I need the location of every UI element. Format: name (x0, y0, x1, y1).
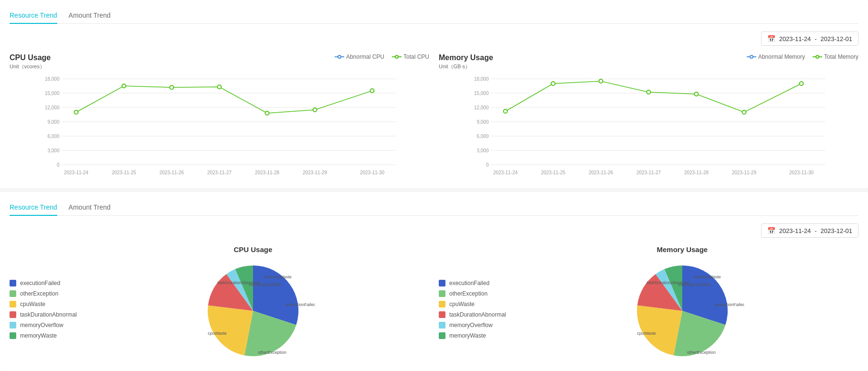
memory-total-label: Total Memory (824, 53, 858, 60)
tab-resource-trend-2[interactable]: Resource Trend (10, 200, 57, 216)
memory-total-dot-icon (815, 55, 819, 59)
cpu-line-chart: CPU Usage Abnormal CPU Total CPU (10, 53, 429, 180)
memory-chart-legend: Abnormal Memory Total Memory (747, 53, 858, 60)
date-picker-1[interactable]: 📅 2023-11-24 - 2023-12-01 (761, 32, 858, 46)
cpu-other-exception-label: otherException (20, 290, 58, 297)
memory-task-duration-color (439, 311, 445, 318)
svg-text:cpuWaste: cpuWaste (637, 331, 656, 336)
svg-text:2023-11-28: 2023-11-28 (255, 170, 280, 175)
memory-execution-failed-label: executionFailed (449, 280, 489, 286)
cpu-pie-legend: executionFailed otherException cpuWaste … (10, 270, 77, 339)
cpu-pie-svg: memoryWaste memoryOverflow taskDurationA… (191, 258, 315, 363)
cpu-memory-overflow-color (10, 322, 16, 329)
svg-text:3,000: 3,000 (47, 148, 59, 153)
svg-point-51 (599, 79, 603, 83)
memory-task-duration-label: taskDurationAbnormal (449, 311, 506, 318)
cpu-abnormal-dot-icon (338, 55, 341, 59)
svg-text:12,000: 12,000 (45, 105, 60, 110)
pie-charts-section: executionFailed otherException cpuWaste … (10, 245, 858, 363)
cpu-pie-area: executionFailed otherException cpuWaste … (10, 245, 429, 363)
memory-pie-wrapper: Memory Usage memoryWaste memoryOverflow … (506, 245, 858, 363)
svg-text:otherException: otherException (687, 350, 716, 355)
svg-point-26 (313, 108, 317, 112)
memory-other-exception-label: otherException (449, 290, 487, 297)
date-start-1: 2023-11-24 (779, 35, 811, 42)
svg-text:2023-11-30: 2023-11-30 (360, 170, 385, 175)
svg-text:18,000: 18,000 (474, 76, 489, 82)
svg-text:2023-11-30: 2023-11-30 (789, 170, 814, 175)
tab-resource-trend-1[interactable]: Resource Trend (10, 8, 57, 24)
date-range-1: 📅 2023-11-24 - 2023-12-01 (10, 32, 858, 46)
memory-legend-cpu-waste: cpuWaste (439, 301, 506, 307)
svg-point-50 (551, 82, 555, 85)
svg-text:15,000: 15,000 (45, 91, 60, 96)
cpu-total-line-icon (392, 56, 402, 57)
memory-pie-title: Memory Usage (657, 245, 708, 254)
svg-point-52 (647, 90, 651, 94)
calendar-icon-1: 📅 (767, 35, 775, 42)
svg-point-22 (122, 84, 126, 88)
date-range-2: 📅 2023-11-24 - 2023-12-01 (10, 223, 858, 238)
cpu-legend-abnormal: Abnormal CPU (335, 53, 384, 60)
svg-text:15,000: 15,000 (474, 91, 489, 96)
svg-text:9,000: 9,000 (476, 119, 488, 125)
memory-legend-execution-failed: executionFailed (439, 280, 506, 286)
tabs-1: Resource Trend Amount Trend (10, 8, 858, 24)
svg-text:0: 0 (57, 162, 60, 168)
memory-abnormal-dot-icon (750, 55, 753, 59)
svg-point-54 (742, 110, 746, 114)
svg-text:12,000: 12,000 (474, 105, 489, 110)
svg-point-53 (695, 92, 699, 96)
cpu-pie-title: CPU Usage (233, 245, 272, 254)
cpu-total-dot-icon (395, 55, 399, 59)
memory-svg-chart: 18,000 15,000 12,000 9,000 6,000 3,000 0… (439, 74, 858, 179)
cpu-legend-other-exception: otherException (10, 290, 77, 297)
cpu-legend-total: Total CPU (392, 53, 429, 60)
date-picker-2[interactable]: 📅 2023-11-24 - 2023-12-01 (761, 223, 858, 238)
cpu-pie-wrapper: CPU Usage (77, 245, 429, 363)
svg-point-27 (370, 89, 374, 93)
svg-point-23 (170, 85, 174, 89)
cpu-legend-task-duration: taskDurationAbnormal (10, 311, 77, 318)
svg-text:otherException: otherException (258, 350, 286, 355)
memory-cpu-waste-label: cpuWaste (449, 301, 475, 307)
memory-abnormal-line-icon (747, 56, 756, 57)
svg-point-21 (74, 110, 78, 114)
svg-text:executionFailed: executionFailed (286, 302, 315, 307)
svg-text:0: 0 (486, 162, 489, 168)
memory-chart-unit: Unit（GB·s） (439, 63, 858, 70)
cpu-legend-cpu-waste: cpuWaste (10, 301, 77, 307)
memory-memory-waste-label: memoryWaste (449, 332, 486, 339)
cpu-abnormal-line-icon (335, 56, 344, 57)
memory-pie-legend: executionFailed otherException cpuWaste … (439, 270, 506, 339)
svg-text:2023-11-26: 2023-11-26 (159, 170, 184, 175)
svg-text:taskDurationAbnormal: taskDurationAbnormal (217, 280, 260, 285)
memory-pie-svg: memoryWaste memoryOverflow taskDurationA… (620, 258, 744, 363)
svg-text:9,000: 9,000 (47, 119, 59, 125)
cpu-svg-chart: 18,000 15,000 12,000 9,000 6,000 3,000 0… (10, 74, 429, 179)
svg-text:2023-11-24: 2023-11-24 (493, 170, 518, 175)
date-separator-2: - (815, 227, 816, 234)
cpu-execution-failed-color (10, 280, 16, 286)
svg-text:2023-11-25: 2023-11-25 (541, 170, 566, 175)
memory-abnormal-label: Abnormal Memory (758, 53, 805, 60)
svg-text:2023-11-29: 2023-11-29 (732, 170, 757, 175)
cpu-chart-legend: Abnormal CPU Total CPU (335, 53, 429, 60)
svg-text:2023-11-28: 2023-11-28 (684, 170, 709, 175)
cpu-legend-execution-failed: executionFailed (10, 280, 77, 286)
tab-amount-trend-2[interactable]: Amount Trend (69, 200, 111, 216)
tabs-2: Resource Trend Amount Trend (10, 200, 858, 216)
svg-text:executionFailed: executionFailed (715, 302, 744, 307)
svg-point-49 (504, 109, 508, 113)
tab-amount-trend-1[interactable]: Amount Trend (69, 8, 111, 24)
svg-text:2023-11-27: 2023-11-27 (636, 170, 661, 175)
cpu-legend-memory-waste: memoryWaste (10, 332, 77, 339)
date-end-2: 2023-12-01 (821, 227, 853, 234)
memory-cpu-waste-color (439, 301, 445, 307)
calendar-icon-2: 📅 (767, 227, 775, 234)
memory-legend-memory-overflow: memoryOverflow (439, 322, 506, 329)
cpu-abnormal-label: Abnormal CPU (346, 53, 384, 60)
memory-execution-failed-color (439, 280, 445, 286)
svg-text:taskDurationAbnormal: taskDurationAbnormal (646, 280, 689, 285)
svg-text:6,000: 6,000 (476, 134, 488, 139)
